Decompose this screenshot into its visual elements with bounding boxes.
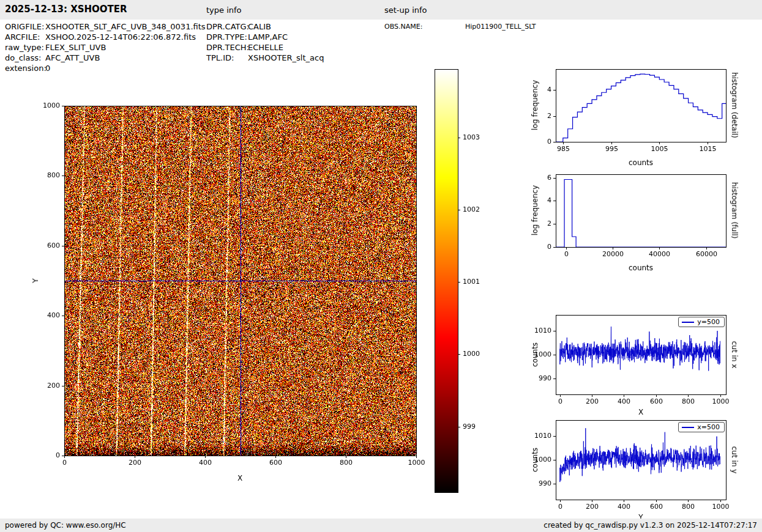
setup-info-block: OBS.NAME:Hip011900_TELL_SLT: [384, 21, 536, 32]
metadata-row-dprcatg: DPR.CATG:CALIB: [206, 21, 324, 32]
metadata-row-arcfile: ARCFILE:XSHOO.2025-12-14T06:22:06.872.fi…: [5, 32, 206, 42]
cut-in-y-title: cut in y: [730, 446, 739, 474]
histogram-full-xlabel: counts: [629, 264, 653, 272]
colorbar-figure: [428, 64, 496, 498]
cut-in-x-figure: counts X cut in x y=500: [520, 303, 756, 425]
metadata-value: XSHOO.2025-12-14T06:22:06.872.fits: [45, 32, 196, 42]
cut-in-y-figure: counts Y cut in y x=500: [520, 408, 756, 530]
histogram-detail-ylabel: log frequency: [531, 80, 539, 130]
raw-image-ylabel: Y: [31, 278, 40, 283]
metadata-label: DPR.CATG:: [206, 21, 248, 32]
legend-line-sample: [682, 322, 694, 323]
metadata-row-origfile: ORIGFILE:XSHOOTER_SLT_AFC_UVB_348_0031.f…: [5, 21, 206, 32]
raw-image-xlabel: X: [237, 474, 242, 482]
footer-right-text: created by qc_rawdisp.py v1.2.3 on 2025-…: [543, 521, 757, 530]
header-bar: 2025-12-13: XSHOOTER type info set-up in…: [0, 0, 762, 20]
histogram-full-ylabel: log frequency: [531, 185, 539, 235]
qc-report-page: { "header": { "title": "2025-12-13: XSHO…: [0, 0, 762, 532]
metadata-label: ARCFILE:: [5, 32, 45, 42]
cut-in-x-title: cut in x: [730, 341, 739, 369]
legend-label: y=500: [697, 318, 720, 326]
metadata-label: do_class:: [5, 53, 45, 63]
metadata-row-dprtech: DPR.TECH:ECHELLE: [206, 42, 324, 53]
metadata-row-obsname: OBS.NAME:Hip011900_TELL_SLT: [384, 21, 536, 32]
histogram-full-title: histogram (full): [730, 182, 739, 239]
colorbar-canvas: [428, 64, 496, 498]
metadata-row-doclass: do_class:AFC_ATT_UVB: [5, 53, 206, 63]
histogram-detail-figure: log frequency counts histogram (detail): [520, 58, 756, 174]
legend-line-sample: [682, 427, 694, 428]
footer-bar: powered by QC: www.eso.org/HC created by…: [0, 519, 762, 532]
metadata-value: ECHELLE: [248, 43, 283, 52]
metadata-value: XSHOOTER_slt_acq: [248, 53, 324, 62]
type-info-block: DPR.CATG:CALIB DPR.TYPE:LAMP,AFC DPR.TEC…: [206, 21, 324, 63]
metadata-row-extension: extension:0: [5, 63, 206, 73]
metadata-value: AFC_ATT_UVB: [45, 53, 100, 62]
metadata-label: ORIGFILE:: [5, 21, 45, 32]
cut-in-y-ylabel: counts: [531, 448, 539, 472]
metadata-label: DPR.TYPE:: [206, 32, 248, 42]
setup-info-heading: set-up info: [384, 6, 427, 15]
metadata-value: 0: [45, 64, 50, 73]
raw-image-figure: Y X: [24, 92, 428, 508]
file-info-block: ORIGFILE:XSHOOTER_SLT_AFC_UVB_348_0031.f…: [5, 21, 206, 73]
histogram-detail-canvas: [520, 58, 756, 174]
legend-label: x=500: [697, 423, 720, 431]
metadata-value: XSHOOTER_SLT_AFC_UVB_348_0031.fits: [45, 22, 206, 31]
histogram-full-figure: log frequency counts histogram (full): [520, 163, 756, 279]
metadata-row-rawtype: raw_type:FLEX_SLIT_UVB: [5, 42, 206, 53]
histogram-detail-title: histogram (detail): [730, 72, 739, 138]
metadata-value: CALIB: [248, 22, 271, 31]
metadata-label: OBS.NAME:: [384, 21, 465, 32]
metadata-label: TPL.ID:: [206, 53, 248, 63]
metadata-value: FLEX_SLIT_UVB: [45, 43, 106, 52]
legend-box: x=500: [678, 422, 725, 432]
footer-left-text: powered by QC: www.eso.org/HC: [5, 521, 126, 530]
metadata-label: extension:: [5, 63, 45, 73]
page-title: 2025-12-13: XSHOOTER: [5, 4, 127, 15]
metadata-label: raw_type:: [5, 42, 45, 53]
metadata-row-tplid: TPL.ID:XSHOOTER_slt_acq: [206, 53, 324, 63]
legend-box: y=500: [678, 317, 725, 327]
cut-in-x-ylabel: counts: [531, 342, 539, 367]
histogram-full-canvas: [520, 163, 756, 279]
metadata-label: DPR.TECH:: [206, 42, 248, 53]
metadata-value: LAMP,AFC: [248, 32, 288, 42]
metadata-value: Hip011900_TELL_SLT: [465, 23, 536, 31]
raw-image-canvas: [24, 92, 428, 508]
metadata-row-dprtype: DPR.TYPE:LAMP,AFC: [206, 32, 324, 42]
type-info-heading: type info: [206, 6, 242, 15]
